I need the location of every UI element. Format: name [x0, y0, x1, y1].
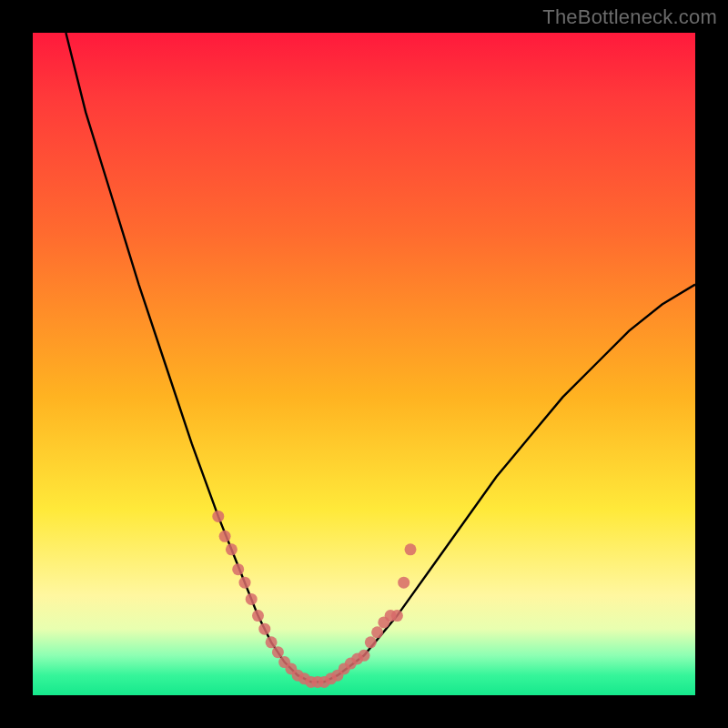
data-point-marker: [391, 610, 403, 622]
watermark-text: TheBottleneck.com: [542, 5, 717, 29]
data-point-marker: [252, 610, 264, 622]
data-point-marker: [232, 563, 244, 575]
data-point-marker: [365, 636, 377, 648]
chart-frame: TheBottleneck.com: [0, 0, 728, 728]
data-point-marker: [246, 593, 258, 605]
data-point-marker: [272, 646, 284, 658]
chart-svg-layer: [33, 33, 695, 695]
bottleneck-curve: [66, 33, 695, 682]
data-point-marker: [258, 623, 270, 635]
data-point-marker: [219, 531, 231, 542]
data-point-marker: [266, 636, 278, 648]
curve-markers-left: [212, 511, 323, 688]
data-point-marker: [405, 543, 417, 555]
curve-markers-right: [318, 543, 417, 688]
curve-path: [66, 33, 695, 682]
data-point-marker: [398, 577, 410, 589]
data-point-marker: [359, 650, 370, 662]
data-point-marker: [239, 577, 251, 589]
data-point-marker: [212, 511, 224, 522]
data-point-marker: [371, 626, 383, 638]
data-point-marker: [226, 543, 238, 555]
